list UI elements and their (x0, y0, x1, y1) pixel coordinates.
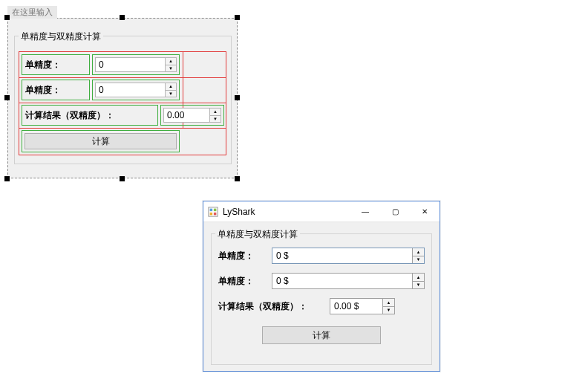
spin-down-icon[interactable]: ▼ (383, 307, 394, 314)
runtime-window: LyShark — ▢ ✕ 单精度与双精度计算 单精度： 0 $ ▲ ▼ (203, 201, 440, 372)
label-cell[interactable]: 单精度： (22, 80, 90, 100)
svg-rect-1 (210, 208, 213, 211)
resize-handle[interactable] (120, 15, 125, 20)
svg-rect-4 (214, 212, 217, 215)
spin-up-icon[interactable]: ▲ (166, 83, 176, 91)
spin-up-icon[interactable]: ▲ (210, 109, 220, 116)
spin-down-icon[interactable]: ▼ (413, 256, 424, 264)
spinbox-value[interactable]: 0.00 $ (330, 299, 382, 314)
label-single2: 单精度： (218, 275, 272, 288)
spin-buttons[interactable]: ▲ ▼ (412, 274, 424, 288)
form-row: 计算结果（双精度）： 0.00 $ ▲ ▼ (218, 298, 425, 314)
spin-buttons[interactable]: ▲ ▼ (382, 299, 394, 314)
close-icon: ✕ (422, 207, 428, 216)
resize-handle[interactable] (4, 15, 10, 20)
spin-down-icon[interactable]: ▼ (166, 65, 176, 72)
spin-cell[interactable]: 0 ▲ ▼ (92, 80, 180, 100)
label-cell[interactable]: 单精度： (22, 54, 90, 75)
spinbox-value[interactable]: 0.00 (164, 109, 209, 122)
client-area: 单精度与双精度计算 单精度： 0 $ ▲ ▼ 单精度： 0 $ (203, 222, 440, 371)
spin-buttons[interactable]: ▲ ▼ (412, 248, 424, 263)
label-cell[interactable]: 计算结果（双精度）： (22, 105, 158, 126)
groupbox-title: 单精度与双精度计算 (215, 228, 300, 241)
spinbox-value[interactable]: 0 (96, 83, 165, 97)
spin-up-icon[interactable]: ▲ (413, 248, 424, 256)
resize-handle[interactable] (235, 15, 240, 20)
window-title: LyShark (223, 207, 255, 217)
runtime-groupbox: 单精度与双精度计算 单精度： 0 $ ▲ ▼ 单精度： 0 $ (211, 228, 432, 365)
minimize-icon: — (362, 207, 369, 216)
spin-down-icon[interactable]: ▼ (210, 116, 220, 123)
spin-up-icon[interactable]: ▲ (413, 274, 424, 282)
layout-grid: 单精度： 0 ▲ ▼ 单精度： (19, 51, 226, 155)
spinbox-single2[interactable]: 0 ▲ ▼ (95, 83, 177, 97)
maximize-icon: ▢ (392, 207, 399, 216)
spin-cell[interactable]: 0 ▲ ▼ (92, 54, 180, 75)
label-result: 计算结果（双精度）： (22, 106, 157, 125)
spin-buttons[interactable]: ▲ ▼ (165, 83, 176, 97)
calc-button[interactable]: 计算 (262, 326, 381, 344)
spin-down-icon[interactable]: ▼ (413, 282, 424, 289)
minimize-button[interactable]: — (350, 201, 380, 222)
maximize-button[interactable]: ▢ (380, 201, 410, 222)
spin-buttons[interactable]: ▲ ▼ (209, 109, 220, 122)
spinbox-value[interactable]: 0 $ (272, 274, 412, 288)
close-button[interactable]: ✕ (410, 201, 440, 222)
designer-groupbox[interactable]: 单精度与双精度计算 单精度： 0 ▲ ▼ (14, 30, 232, 164)
calc-button[interactable]: 计算 (24, 133, 177, 149)
groupbox-title: 单精度与双精度计算 (19, 30, 103, 43)
svg-rect-2 (214, 208, 217, 211)
resize-handle[interactable] (235, 176, 240, 181)
svg-rect-3 (210, 212, 213, 215)
resize-handle[interactable] (120, 176, 125, 181)
form-row: 单精度： 0 $ ▲ ▼ (218, 248, 425, 264)
designer-surface: 在这里输入 单精度与双精度计算 单精度： 0 ▲ ▼ (6, 6, 240, 181)
spinbox-value[interactable]: 0 $ (272, 248, 412, 263)
titlebar[interactable]: LyShark — ▢ ✕ (203, 201, 440, 222)
resize-handle[interactable] (4, 176, 10, 181)
resize-handle[interactable] (4, 95, 10, 100)
form-layout: 单精度： 0 $ ▲ ▼ 单精度： 0 $ ▲ (218, 248, 425, 344)
label-single1: 单精度： (22, 55, 89, 74)
spin-buttons[interactable]: ▲ ▼ (165, 58, 176, 71)
label-result: 计算结果（双精度）： (218, 300, 330, 313)
form-row: 单精度： 0 $ ▲ ▼ (218, 273, 425, 289)
label-single1: 单精度： (218, 250, 272, 262)
spin-down-icon[interactable]: ▼ (166, 91, 176, 97)
spinbox-result[interactable]: 0.00 ▲ ▼ (163, 108, 221, 123)
spin-cell[interactable]: 0.00 ▲ ▼ (160, 105, 224, 126)
resize-handle[interactable] (235, 95, 240, 100)
label-single2: 单精度： (22, 80, 89, 100)
spinbox-single1[interactable]: 0 ▲ ▼ (95, 57, 177, 72)
app-icon (208, 207, 218, 217)
spinbox-result[interactable]: 0.00 $ ▲ ▼ (330, 298, 395, 314)
spinbox-single2[interactable]: 0 $ ▲ ▼ (272, 273, 425, 289)
button-cell[interactable]: 计算 (22, 130, 180, 152)
placeholder-hint: 在这里输入 (7, 6, 57, 19)
spinbox-value[interactable]: 0 (96, 58, 165, 71)
spinbox-single1[interactable]: 0 $ ▲ ▼ (272, 248, 425, 264)
designer-panel[interactable]: 单精度与双精度计算 单精度： 0 ▲ ▼ (7, 18, 238, 178)
spin-up-icon[interactable]: ▲ (166, 58, 176, 65)
spin-up-icon[interactable]: ▲ (383, 299, 394, 307)
